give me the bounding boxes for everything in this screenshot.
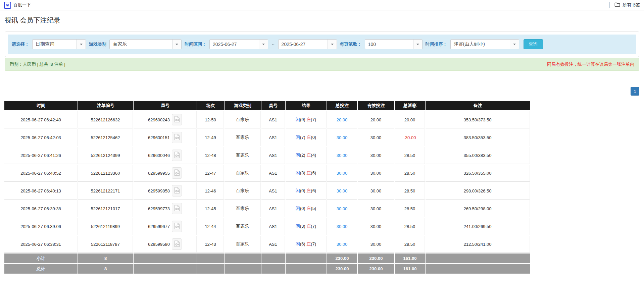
total-bet-link[interactable]: 30.00 xyxy=(337,153,348,158)
search-button[interactable]: 查询 xyxy=(524,39,543,49)
cell-note: 241.00/269.50 xyxy=(426,218,530,235)
footer-empty xyxy=(426,264,530,274)
table-row: 2025-06-27 06:41:26522612124399629600046… xyxy=(4,147,530,164)
result-banker: 庄 xyxy=(306,224,311,229)
column-header: 时间 xyxy=(4,101,78,110)
cell-total-bet: 30.00 xyxy=(327,218,357,235)
cell-game-type: 百家乐 xyxy=(225,182,261,200)
video-replay-button[interactable] xyxy=(172,185,182,196)
footer-empty xyxy=(261,264,285,274)
cell-valid-bet: 30.00 xyxy=(358,218,394,235)
total-bet-link[interactable]: 30.00 xyxy=(337,224,348,229)
cell-table-no: AS1 xyxy=(261,182,285,200)
chevron-down-icon[interactable] xyxy=(510,40,519,49)
cell-total-bet: 30.00 xyxy=(327,236,357,253)
time-sort-select[interactable]: 降幂(由大到小) xyxy=(450,39,519,49)
column-header: 桌号 xyxy=(261,101,285,110)
footer-valid-bet: 230.00 xyxy=(358,264,394,274)
cell-session: 12-44 xyxy=(197,218,224,235)
round-id: 629599580 xyxy=(148,242,170,247)
footer-empty xyxy=(261,253,285,263)
cell-time: 2025-06-27 06:41:26 xyxy=(4,147,78,164)
table-row: 2025-06-27 06:40:13522612122171629599858… xyxy=(4,182,530,200)
query-type-select[interactable]: 日期查询 xyxy=(32,39,86,49)
cell-game-type: 百家乐 xyxy=(225,218,261,235)
payout-value: 28.50 xyxy=(404,206,415,211)
all-bookmarks-button[interactable]: 所有书签 xyxy=(614,2,640,8)
cell-game-type: 百家乐 xyxy=(225,165,261,182)
cell-round-id: 629600046 xyxy=(134,147,197,164)
total-bet-link[interactable]: 30.00 xyxy=(337,242,348,247)
bookmarks-bar: 百度一下 所有书签 xyxy=(0,0,644,10)
video-replay-icon xyxy=(174,134,180,142)
table-row: 2025-06-27 06:38:31522612118787629599580… xyxy=(4,236,530,253)
cell-valid-bet: 30.00 xyxy=(358,182,394,200)
video-replay-button[interactable] xyxy=(172,114,182,125)
result-banker-score: (7) xyxy=(311,117,316,122)
cell-result: 闲(2) 庄(4) xyxy=(286,147,327,164)
cell-table-no: AS1 xyxy=(261,165,285,182)
column-header: 场次 xyxy=(197,101,224,110)
main-content: 视讯 会员下注纪录 请选择： 日期查询 游戏类别 百家乐 时间区间： 2025-… xyxy=(0,16,644,274)
result-player-score: (2) xyxy=(300,153,305,158)
cell-payout: 28.50 xyxy=(395,182,425,200)
payout-value: 28.50 xyxy=(404,188,415,193)
video-replay-button[interactable] xyxy=(172,132,182,143)
video-replay-button[interactable] xyxy=(172,221,182,232)
date-from-select[interactable]: 2025-06-27 xyxy=(209,39,268,49)
video-replay-icon xyxy=(174,205,180,213)
column-header: 结果 xyxy=(286,101,327,110)
footer-payout: 161.00 xyxy=(395,253,425,263)
cell-payout: 28.50 xyxy=(395,218,425,235)
game-type-value: 百家乐 xyxy=(110,40,172,49)
round-id: 629599677 xyxy=(148,224,170,229)
date-to-select[interactable]: 2025-06-27 xyxy=(278,39,337,49)
page-size-select[interactable]: 100 xyxy=(365,39,423,49)
cell-time: 2025-06-27 06:40:52 xyxy=(4,165,78,182)
cell-round-id: 629599955 xyxy=(134,165,197,182)
chevron-down-icon[interactable] xyxy=(259,40,268,49)
cell-note: 326.50/355.00 xyxy=(426,165,530,182)
video-replay-button[interactable] xyxy=(172,203,182,214)
chevron-down-icon[interactable] xyxy=(328,40,337,49)
total-bet-link[interactable]: 30.00 xyxy=(337,171,348,176)
grand-total-row: 总计8230.00230.00161.00 xyxy=(4,264,530,274)
footer-empty xyxy=(197,253,224,263)
bookmarks-divider xyxy=(609,2,610,8)
video-replay-button[interactable] xyxy=(172,238,182,250)
cell-game-type: 百家乐 xyxy=(225,111,261,128)
total-bet-link[interactable]: 30.00 xyxy=(337,206,348,211)
page-size-value: 100 xyxy=(365,40,413,49)
summary-text: 币别：人民币 | 总共 :8 注单 | xyxy=(10,61,65,67)
total-bet-link[interactable]: 30.00 xyxy=(337,188,348,193)
cell-total-bet: 30.00 xyxy=(327,200,357,217)
total-bet-link[interactable]: 30.00 xyxy=(337,135,348,140)
bookmark-baidu[interactable]: 百度一下 xyxy=(4,2,31,9)
cell-valid-bet: 30.00 xyxy=(358,129,394,146)
cell-result: 闲(0) 庄(5) xyxy=(286,200,327,217)
cell-round-id: 629599677 xyxy=(134,218,197,235)
footer-empty xyxy=(225,264,261,274)
pagination: 1 xyxy=(5,87,639,96)
video-replay-button[interactable] xyxy=(172,167,182,179)
result-banker-score: (0) xyxy=(311,135,316,140)
video-replay-button[interactable] xyxy=(172,150,182,161)
table-body: 2025-06-27 06:42:40522612126632629600243… xyxy=(4,111,530,253)
payout-value: 28.50 xyxy=(404,224,415,229)
payout-value: 28.50 xyxy=(404,153,415,158)
baidu-paw-icon xyxy=(4,2,11,9)
chevron-down-icon[interactable] xyxy=(172,40,181,49)
game-type-select[interactable]: 百家乐 xyxy=(109,39,182,49)
round-id: 629599955 xyxy=(148,171,170,176)
chevron-down-icon[interactable] xyxy=(77,40,86,49)
cell-note: 298.00/326.50 xyxy=(426,182,530,200)
cell-bet-id: 522612125462 xyxy=(78,129,133,146)
cell-valid-bet: 20.00 xyxy=(358,111,394,128)
page-button-1[interactable]: 1 xyxy=(631,87,639,96)
total-bet-link[interactable]: 20.00 xyxy=(337,117,348,122)
chevron-down-icon[interactable] xyxy=(413,40,422,49)
date-to-value: 2025-06-27 xyxy=(279,40,328,49)
result-player-score: (7) xyxy=(300,135,305,140)
cell-result: 闲(0) 庄(6) xyxy=(286,182,327,200)
cell-table-no: AS1 xyxy=(261,147,285,164)
